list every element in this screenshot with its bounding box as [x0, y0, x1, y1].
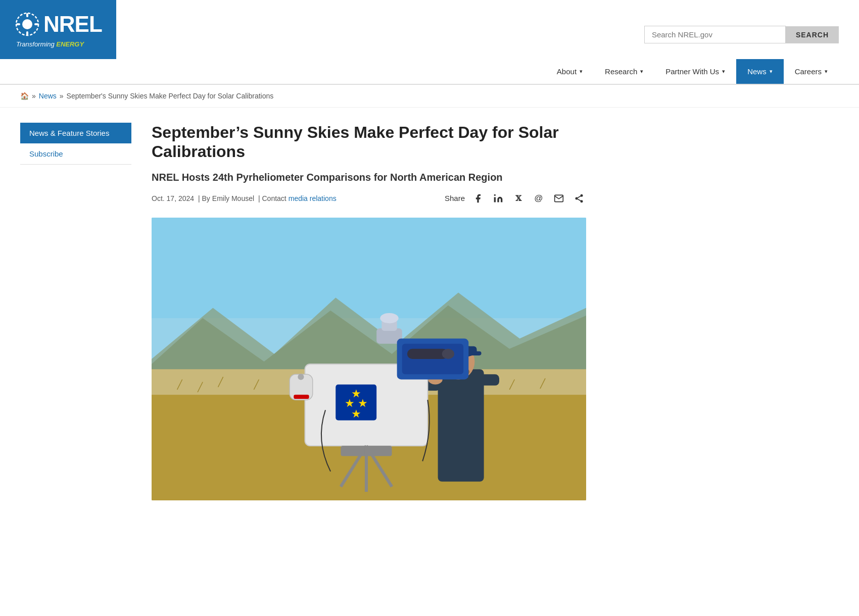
- svg-point-8: [581, 194, 583, 196]
- nrel-logo-icon: [14, 11, 40, 37]
- svg-point-7: [494, 194, 496, 195]
- article-contact-prefix: | Contact: [256, 194, 287, 202]
- linkedin-icon[interactable]: [491, 191, 505, 206]
- article-author: Emily Mousel: [212, 194, 254, 202]
- nav-label-careers: Careers: [795, 67, 822, 76]
- sidebar-item-news-feature[interactable]: News & Feature Stories: [20, 123, 131, 143]
- nav-label-partner: Partner With Us: [665, 67, 719, 76]
- x-twitter-icon[interactable]: 𝕏: [511, 191, 526, 206]
- article-author-prefix: | By: [196, 194, 210, 202]
- nav-item-about[interactable]: About ▾: [546, 59, 594, 84]
- nav-item-news[interactable]: News ▾: [736, 59, 784, 84]
- sidebar: News & Feature Stories Subscribe: [20, 123, 131, 500]
- email-icon[interactable]: [552, 191, 566, 206]
- nav-label-about: About: [557, 67, 577, 76]
- tagline-prefix: Transforming: [16, 40, 56, 48]
- threads-icon[interactable]: @: [532, 191, 546, 206]
- svg-rect-55: [294, 395, 309, 399]
- share-area: Share 𝕏 @: [445, 191, 586, 206]
- article-meta-left: Oct. 17, 2024 | By Emily Mousel | Contac…: [152, 194, 337, 202]
- logo-row: NREL: [14, 11, 102, 37]
- article-meta: Oct. 17, 2024 | By Emily Mousel | Contac…: [152, 191, 586, 206]
- article-media-relations-link[interactable]: media relations: [289, 194, 337, 202]
- svg-rect-2: [26, 13, 28, 17]
- svg-point-48: [442, 349, 454, 359]
- nav-item-careers[interactable]: Careers ▾: [784, 59, 839, 84]
- svg-point-9: [576, 197, 578, 199]
- breadcrumb-sep2: »: [60, 92, 64, 100]
- svg-point-54: [298, 374, 304, 380]
- site-header: NREL Transforming ENERGY SEARCH About ▾ …: [0, 0, 859, 85]
- breadcrumb: 🏠 » News » September's Sunny Skies Make …: [0, 85, 859, 108]
- nav-item-partner[interactable]: Partner With Us ▾: [654, 59, 736, 84]
- svg-line-12: [578, 196, 581, 197]
- header-top: NREL Transforming ENERGY SEARCH: [0, 0, 859, 59]
- main-nav: About ▾ Research ▾ Partner With Us ▾ New…: [0, 59, 859, 85]
- svg-point-1: [22, 19, 32, 29]
- nav-label-news: News: [747, 67, 767, 76]
- article: September’s Sunny Skies Make Perfect Day…: [152, 123, 586, 500]
- breadcrumb-home-link[interactable]: 🏠: [20, 92, 29, 100]
- main-content: News & Feature Stories Subscribe Septemb…: [0, 108, 606, 516]
- svg-rect-6: [494, 197, 496, 202]
- svg-rect-35: [479, 374, 499, 385]
- svg-rect-5: [34, 23, 38, 25]
- svg-point-10: [581, 200, 583, 202]
- chevron-down-icon: ▾: [640, 68, 643, 75]
- chevron-down-icon: ▾: [722, 68, 725, 75]
- breadcrumb-sep: »: [32, 92, 36, 100]
- article-title: September’s Sunny Skies Make Perfect Day…: [152, 123, 586, 162]
- search-button[interactable]: SEARCH: [786, 26, 839, 43]
- search-input[interactable]: [644, 26, 786, 43]
- chevron-down-icon: ▾: [580, 68, 583, 75]
- sidebar-item-subscribe[interactable]: Subscribe: [20, 143, 131, 165]
- svg-line-11: [578, 199, 581, 200]
- share-label: Share: [445, 194, 465, 202]
- article-subtitle: NREL Hosts 24th Pyrheliometer Comparison…: [152, 172, 586, 183]
- logo-text: NREL: [43, 12, 102, 37]
- article-hero-image: ★ ★ ★ ★: [152, 218, 586, 500]
- svg-rect-3: [26, 31, 28, 35]
- svg-text:★: ★: [351, 387, 361, 400]
- svg-rect-4: [16, 23, 20, 25]
- nav-label-research: Research: [605, 67, 637, 76]
- share-more-icon[interactable]: [572, 191, 586, 206]
- chevron-down-icon: ▾: [825, 68, 828, 75]
- breadcrumb-news-link[interactable]: News: [39, 92, 57, 100]
- svg-rect-25: [438, 369, 484, 482]
- logo-area: NREL Transforming ENERGY: [0, 0, 116, 59]
- article-date: Oct. 17, 2024: [152, 194, 194, 202]
- breadcrumb-current: September's Sunny Skies Make Perfect Day…: [67, 92, 274, 100]
- search-area: SEARCH: [644, 0, 859, 59]
- facebook-icon[interactable]: [471, 191, 485, 206]
- home-icon: 🏠: [20, 92, 29, 100]
- svg-text:★: ★: [351, 407, 361, 420]
- nav-item-research[interactable]: Research ▾: [594, 59, 654, 84]
- tagline-energy: ENERGY: [56, 40, 84, 48]
- chevron-down-icon: ▾: [770, 68, 773, 75]
- logo-tagline: Transforming ENERGY: [14, 40, 84, 48]
- svg-point-44: [380, 313, 398, 323]
